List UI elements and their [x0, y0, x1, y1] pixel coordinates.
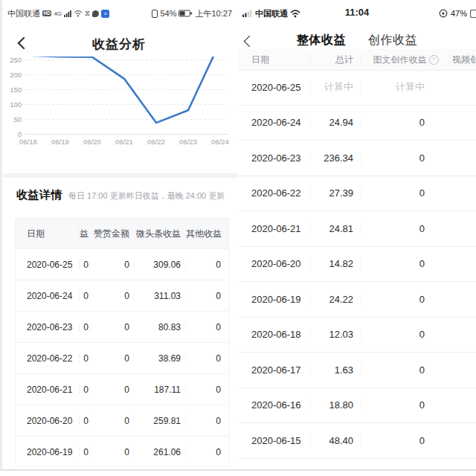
right-screen-overall-income: 中国联通 47% 11:04	[238, 0, 476, 470]
cell-other-income: 0	[185, 260, 228, 270]
table-row: 2020-06-20 0 0 259.81 0	[16, 405, 228, 436]
cell-total: 14.82	[310, 258, 361, 269]
header-article-income-label: 图文创作收益	[373, 54, 427, 66]
cell-total: 18.80	[310, 399, 361, 411]
table-row: 2020-06-22 27.39 0	[238, 176, 476, 212]
cell-other-income: 0	[185, 353, 228, 364]
cell-date: 2020-06-21	[238, 223, 310, 234]
table-row: 2020-06-21 0 0 187.11 0	[16, 373, 228, 405]
wifi-icon	[74, 10, 83, 17]
table-header-row: 日期 益 赞赏金额 微头条收益 其他收益	[16, 219, 228, 248]
bottom-border	[0, 469, 476, 476]
cell-article-income: 0	[361, 223, 450, 234]
phone-icon	[152, 10, 158, 18]
cell-total: 12.03	[310, 329, 361, 340]
cell-total: 236.34	[310, 152, 361, 164]
cell-article-income: 计算中	[361, 80, 450, 94]
cell-clipped-income: 0	[79, 385, 90, 395]
cell-total: 27.39	[310, 187, 361, 199]
header-video-income-clipped: 视频创	[450, 54, 476, 66]
income-line-chart: 25020015010050006/1806/1906/2006/2106/22…	[0, 57, 238, 150]
table-body: 2020-06-25 0 0 309.06 0 2020-06-24 0 0 3…	[16, 248, 228, 466]
screenshot-canvas: 中国联通 HD 4G ⧖ ≡ 54%	[0, 0, 476, 476]
table-row: 2020-06-15 48.40 0	[238, 423, 476, 459]
cell-reward-amount: 0	[90, 416, 133, 426]
cell-date: 2020-06-19	[238, 294, 310, 305]
tab-overall-income[interactable]: 整体收益	[297, 33, 346, 48]
cell-clipped-income: 0	[79, 260, 90, 270]
cell-total: 24.94	[310, 117, 361, 128]
cell-article-income: 0	[361, 152, 450, 164]
cell-weitoutiao-income: 261.06	[133, 447, 185, 457]
cell-article-income: 0	[361, 258, 450, 269]
table-row: 2020-06-19 0 0 261.06 0	[16, 436, 228, 466]
header-total: 总计	[310, 54, 361, 66]
cell-other-income: 0	[185, 291, 228, 301]
overall-income-table[interactable]: 2020-06-25 计算中 计算中 2020-06-24 24.94 0 20…	[238, 70, 476, 470]
cell-date: 2020-06-23	[16, 322, 79, 332]
cell-clipped-income: 0	[79, 416, 90, 426]
income-details-title: 收益详情	[16, 188, 62, 202]
cell-clipped-income: 0	[79, 353, 90, 364]
cell-date: 2020-06-21	[16, 385, 79, 395]
tab-label: 整体收益	[297, 33, 346, 46]
cell-reward-amount: 0	[90, 385, 133, 395]
info-icon[interactable]: ?	[429, 55, 439, 65]
page-title: 收益分析	[0, 36, 238, 53]
cell-article-income: 0	[361, 294, 450, 305]
cell-date: 2020-06-15	[238, 435, 310, 446]
table-row: 2020-06-24 24.94 0	[238, 106, 476, 141]
left-status-bar: 中国联通 HD 4G ⧖ ≡ 54%	[7, 7, 232, 19]
table-row: 2020-06-23 236.34 0	[238, 141, 476, 176]
table-row: 2020-06-20 14.82 0	[238, 247, 476, 283]
cell-date: 2020-06-24	[16, 291, 79, 301]
tab-creation-income[interactable]: 创作收益	[368, 33, 417, 48]
hd-badge-icon: HD	[42, 10, 51, 16]
header-other-income: 其他收益	[185, 228, 228, 240]
cell-date: 2020-06-22	[16, 353, 79, 364]
cell-reward-amount: 0	[90, 447, 133, 457]
carrier-label: 中国联通	[7, 8, 40, 19]
x-axis-tick: 06/20	[83, 138, 101, 146]
update-schedule-note: 每日 17:00 更新昨日收益，最晚 24:00 更新	[68, 190, 225, 202]
income-details-table[interactable]: 日期 益 赞赏金额 微头条收益 其他收益 2020-06-25 0 0 309.…	[15, 218, 229, 466]
cell-clipped-income: 0	[79, 291, 90, 301]
x-axis-tick: 06/23	[179, 138, 197, 146]
table-row: 2020-06-21 24.81 0	[238, 211, 476, 247]
cell-date: 2020-06-20	[238, 258, 310, 269]
left-screen-income-analysis: 中国联通 HD 4G ⧖ ≡ 54%	[0, 0, 239, 470]
network-4g-label: 4G	[54, 10, 62, 17]
cell-date: 2020-06-24	[238, 117, 310, 128]
cell-reward-amount: 0	[90, 260, 133, 270]
cell-article-income: 0	[361, 117, 450, 128]
table-row: 2020-06-14 53.74 0	[238, 459, 476, 471]
header-date: 日期	[238, 54, 310, 66]
table-row: 2020-06-24 0 0 311.03 0	[16, 280, 228, 311]
income-tabs: 整体收益 创作收益	[238, 33, 476, 48]
header-weitoutiao-income: 微头条收益	[133, 228, 185, 240]
cell-other-income: 0	[185, 385, 228, 395]
cell-article-income: 0	[361, 364, 450, 376]
x-axis-tick: 06/19	[51, 138, 69, 146]
x-axis-tick: 06/18	[19, 138, 37, 146]
cell-date: 2020-06-20	[16, 416, 79, 426]
cell-article-income: 0	[361, 187, 450, 199]
table-row: 2020-06-22 0 0 38.69 0	[16, 342, 228, 373]
cell-date: 2020-06-17	[238, 364, 310, 376]
cell-weitoutiao-income: 80.83	[133, 322, 185, 332]
cell-date: 2020-06-25	[16, 260, 79, 270]
y-axis-tick: 50	[13, 115, 22, 123]
y-axis-tick: 250	[10, 57, 22, 64]
signal-bars-icon	[64, 10, 71, 17]
x-axis-tick: 06/21	[115, 138, 133, 146]
section-divider	[4, 173, 238, 178]
battery-icon	[178, 10, 193, 17]
cell-reward-amount: 0	[90, 291, 133, 301]
table-row: 2020-06-19 24.22 0	[238, 282, 476, 318]
cell-clipped-income: 0	[79, 447, 90, 457]
y-axis-tick: 150	[10, 86, 22, 94]
cell-clipped-income: 0	[79, 322, 90, 332]
message-bubble-icon	[92, 10, 99, 17]
cell-total: 24.81	[310, 223, 361, 234]
x-axis-tick: 06/24	[211, 138, 229, 146]
